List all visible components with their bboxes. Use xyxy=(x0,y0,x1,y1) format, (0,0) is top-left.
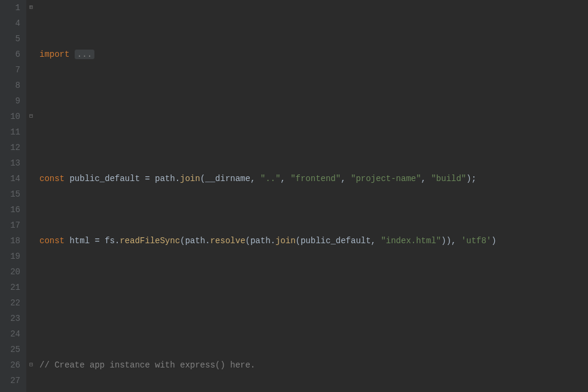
line-number: 23 xyxy=(0,311,26,326)
fold-collapse-icon[interactable]: ⊟ xyxy=(27,113,35,120)
line-number: 16 xyxy=(0,202,26,218)
fold-expand-icon[interactable]: ⊞ xyxy=(27,4,35,11)
code-line[interactable]: import ... xyxy=(39,47,588,62)
code-line[interactable]: const html = fs.readFileSync(path.resolv… xyxy=(39,233,588,249)
string: "index.html" xyxy=(381,236,441,246)
line-number: 9 xyxy=(0,93,26,109)
comma: , xyxy=(451,236,461,246)
function-call: resolve xyxy=(210,236,246,246)
line-number: 19 xyxy=(0,249,26,264)
identifier: html xyxy=(69,236,90,246)
line-number: 20 xyxy=(0,264,26,280)
paren: ) xyxy=(441,236,446,246)
keyword-const: const xyxy=(39,236,65,246)
folded-region[interactable]: ... xyxy=(75,50,94,59)
line-number: 21 xyxy=(0,280,26,295)
code-line[interactable]: const public_default = path.join(__dirna… xyxy=(39,171,588,186)
code-line[interactable] xyxy=(39,295,588,311)
function-call: readFileSync xyxy=(120,236,180,246)
identifier: public_default xyxy=(69,174,140,183)
operator: = xyxy=(140,174,155,183)
operator: . xyxy=(205,236,210,246)
line-number: 8 xyxy=(0,78,26,93)
keyword-import: import xyxy=(39,50,69,59)
line-number: 25 xyxy=(0,342,26,357)
paren: ); xyxy=(466,174,476,183)
identifier: public_default xyxy=(301,236,371,246)
identifier: path xyxy=(155,174,175,183)
operator: = xyxy=(90,236,105,246)
code-editor[interactable]: 1 4 5 6 7 8 9 10 11 12 13 14 15 16 17 18… xyxy=(0,0,588,392)
string: ".." xyxy=(261,174,281,183)
code-area[interactable]: import ... const public_default = path.j… xyxy=(37,0,588,392)
line-number: 4 xyxy=(0,16,26,31)
string: "build" xyxy=(431,174,466,183)
line-number: 18 xyxy=(0,233,26,249)
paren: ( xyxy=(246,236,250,246)
line-number: 24 xyxy=(0,326,26,342)
line-number: 15 xyxy=(0,186,26,202)
code-line[interactable]: // Create app instance with express() he… xyxy=(39,357,588,373)
operator: . xyxy=(271,236,275,246)
keyword-const: const xyxy=(39,174,65,183)
line-number: 6 xyxy=(0,47,26,62)
comma: , xyxy=(250,174,261,183)
line-number: 13 xyxy=(0,155,26,171)
line-number: 14 xyxy=(0,171,26,186)
line-number: 17 xyxy=(0,218,26,233)
string: 'utf8' xyxy=(461,236,491,246)
line-number: 27 xyxy=(0,373,26,388)
line-number: 5 xyxy=(0,31,26,47)
line-number: 7 xyxy=(0,62,26,78)
function-call: join xyxy=(180,174,200,183)
comma: , xyxy=(371,236,381,246)
identifier: path xyxy=(250,236,271,246)
comma: , xyxy=(280,174,290,183)
line-number: 11 xyxy=(0,124,26,140)
paren: ) xyxy=(446,236,451,246)
comment: // Create app instance with express() he… xyxy=(39,360,255,370)
paren: ) xyxy=(491,236,496,246)
line-number: 10 xyxy=(0,109,26,124)
identifier: path xyxy=(185,236,206,246)
identifier: __dirname xyxy=(205,174,250,183)
line-number: 12 xyxy=(0,140,26,155)
string: "project-name" xyxy=(351,174,421,183)
fold-collapse-icon[interactable]: ⊟ xyxy=(27,362,35,369)
identifier: fs xyxy=(105,236,115,246)
code-line[interactable] xyxy=(39,109,588,124)
line-number-gutter: 1 4 5 6 7 8 9 10 11 12 13 14 15 16 17 18… xyxy=(0,0,26,392)
fold-column: ⊞ ⊟ ⊟ xyxy=(26,0,37,392)
line-number: 22 xyxy=(0,295,26,311)
line-number: 1 xyxy=(0,0,26,16)
comma: , xyxy=(341,174,351,183)
comma: , xyxy=(421,174,431,183)
paren: ( xyxy=(180,236,185,246)
line-number: 26 xyxy=(0,357,26,373)
function-call: join xyxy=(275,236,296,246)
paren: ( xyxy=(296,236,301,246)
string: "frontend" xyxy=(290,174,341,183)
